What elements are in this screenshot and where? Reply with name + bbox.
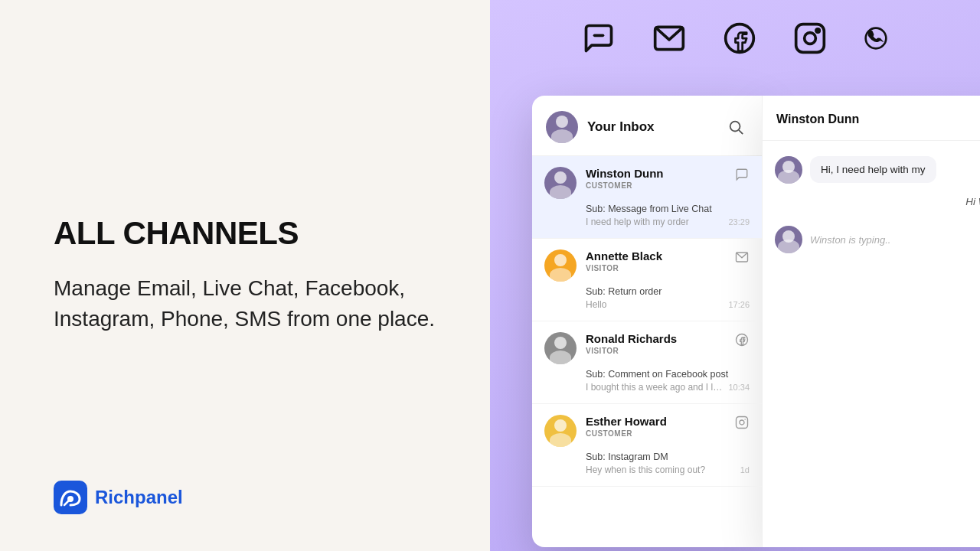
message-agent: Hi Wins... (775, 196, 980, 207)
svg-point-6 (805, 33, 816, 44)
email-icon (652, 21, 686, 55)
typing-indicator: Winston is typing.. (775, 226, 980, 253)
logo-text: Richpanel (95, 487, 183, 508)
live-chat-icon (582, 21, 616, 55)
conv-preview-ronald: I bought this a week ago and I lovee it.… (586, 382, 722, 393)
conv-info-annette: Annette Black VISITOR (586, 249, 750, 272)
msg-avatar-winston (775, 156, 802, 184)
inbox-header: Your Inbox (532, 96, 762, 156)
device-mockup: Your Inbox Winston Dunn CUSTOMER (532, 96, 980, 547)
chat-messages: Hi, I need help with my Hi Wins... Winst… (763, 141, 980, 547)
svg-point-15 (744, 419, 746, 420)
sub-text: Manage Email, Live Chat, Facebook, Insta… (54, 273, 436, 335)
conv-role-winston: CUSTOMER (586, 181, 750, 190)
facebook-icon (723, 21, 756, 55)
conv-role-ronald: VISITOR (586, 347, 750, 355)
richpanel-logo-icon (54, 481, 87, 514)
conversation-item-ronald[interactable]: Ronald Richards VISITOR Sub: Comment on … (532, 321, 762, 404)
conversation-item-annette[interactable]: Annette Black VISITOR Sub: Return order … (532, 239, 762, 321)
inbox-title: Your Inbox (587, 119, 714, 135)
inbox-user-avatar (546, 111, 578, 143)
channel-icon-livechat (734, 167, 750, 182)
svg-point-7 (816, 29, 819, 32)
message-incoming: Hi, I need help with my (775, 156, 980, 184)
logo-area: Richpanel (54, 481, 183, 514)
search-button[interactable] (724, 115, 748, 139)
conv-role-esther: CUSTOMER (586, 429, 750, 438)
conv-name-winston: Winston Dunn (586, 167, 750, 180)
conv-time-esther: 1d (740, 465, 750, 474)
conv-info-ronald: Ronald Richards VISITOR (586, 332, 750, 355)
conv-preview-row-esther: Hey when is this coming out? 1d (544, 465, 750, 475)
conv-avatar-winston (544, 167, 577, 199)
conv-name-annette: Annette Black (586, 249, 750, 262)
channel-icon-facebook (734, 332, 750, 347)
conv-preview-annette: Hello (586, 299, 722, 310)
svg-rect-13 (737, 417, 748, 429)
top-icons-bar (490, 0, 980, 72)
msg-bubble-incoming: Hi, I need help with my (810, 156, 936, 183)
channel-icon-instagram (734, 415, 750, 430)
conv-subject-winston: Sub: Message from Live Chat (544, 204, 750, 214)
chat-header: Winston Dunn ☆ (763, 96, 980, 141)
conv-role-annette: VISITOR (586, 264, 750, 272)
conversation-item-esther[interactable]: Esther Howard CUSTOMER Sub: Instagram DM… (532, 404, 762, 487)
conv-avatar-esther (544, 415, 577, 447)
svg-point-4 (726, 24, 754, 53)
typing-text: Winston is typing.. (810, 234, 890, 246)
chat-contact-name: Winston Dunn (776, 112, 980, 126)
conv-name-esther: Esther Howard (586, 415, 750, 428)
chat-panel: Winston Dunn ☆ Hi, I need help with my H… (762, 96, 980, 547)
conv-time-winston: 23:29 (728, 217, 750, 227)
inbox-panel: Your Inbox Winston Dunn CUSTOMER (532, 96, 762, 547)
conv-preview-row-winston: I need help with my order 23:29 (544, 217, 750, 227)
conv-info-esther: Esther Howard CUSTOMER (586, 415, 750, 438)
svg-line-10 (739, 130, 743, 134)
conv-name-ronald: Ronald Richards (586, 332, 750, 345)
msg-text-agent: Hi Wins... (965, 196, 980, 207)
conv-preview-row-annette: Hello 17:26 (544, 299, 750, 310)
typing-avatar (775, 226, 802, 253)
conv-preview-esther: Hey when is this coming out? (586, 465, 724, 475)
conv-subject-annette: Sub: Return order (544, 286, 750, 297)
svg-point-9 (730, 122, 740, 132)
conv-time-annette: 17:26 (728, 300, 750, 309)
svg-point-8 (866, 28, 887, 49)
left-panel: ALL CHANNELS Manage Email, Live Chat, Fa… (0, 0, 490, 551)
conv-avatar-ronald (544, 332, 577, 364)
conv-subject-esther: Sub: Instagram DM (544, 452, 750, 462)
right-panel: Your Inbox Winston Dunn CUSTOMER (490, 0, 980, 551)
conv-preview-winston: I need help with my order (586, 217, 722, 227)
conversation-item-winston[interactable]: Winston Dunn CUSTOMER Sub: Message from … (532, 156, 762, 239)
instagram-icon (793, 21, 827, 55)
msg-text-incoming: Hi, I need help with my (821, 164, 926, 175)
main-heading: ALL CHANNELS (54, 216, 436, 251)
svg-point-12 (737, 334, 748, 346)
conv-preview-row-ronald: I bought this a week ago and I lovee it.… (544, 382, 750, 393)
whatsapp-icon (864, 21, 888, 55)
conv-info-winston: Winston Dunn CUSTOMER (586, 167, 750, 190)
conv-subject-ronald: Sub: Comment on Facebook post (544, 369, 750, 380)
channel-icon-email (734, 249, 750, 265)
svg-point-14 (740, 420, 744, 425)
conv-time-ronald: 10:34 (728, 383, 750, 392)
conv-avatar-annette (544, 249, 577, 282)
